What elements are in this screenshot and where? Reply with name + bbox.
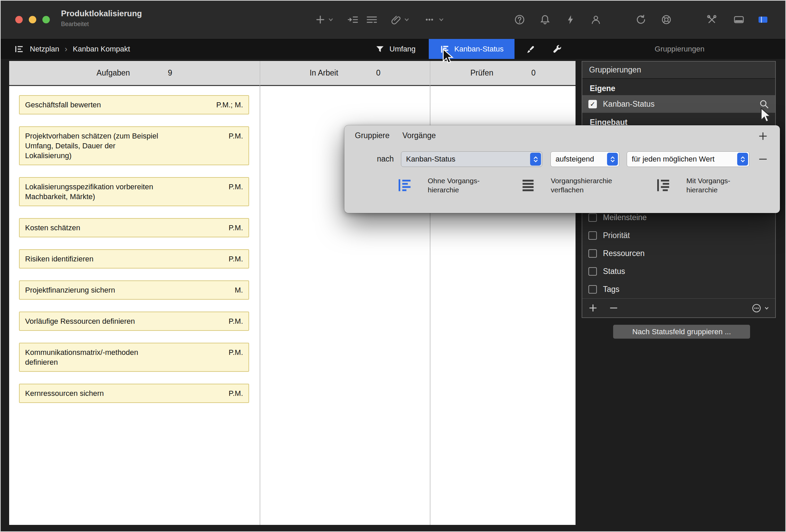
option-label: Mit Vorgangs- hierarchie xyxy=(686,176,730,194)
support-button[interactable] xyxy=(661,14,672,25)
checkbox-unchecked[interactable] xyxy=(588,267,597,276)
breadcrumb-current[interactable]: Kanban Kompakt xyxy=(73,45,130,54)
attach-chevron-button[interactable] xyxy=(404,17,409,22)
chevron-down-icon xyxy=(764,306,769,311)
zoom-button[interactable] xyxy=(42,16,50,23)
task-resources: P.M. xyxy=(229,131,243,161)
select-stepper-icon xyxy=(530,153,541,166)
select-stepper-icon xyxy=(607,153,618,166)
task-card[interactable]: Kosten schätzen P.M. xyxy=(19,218,249,237)
sync-button[interactable] xyxy=(635,14,647,25)
attach-button[interactable] xyxy=(391,14,402,25)
paperclip-icon xyxy=(391,14,402,25)
help-button[interactable] xyxy=(514,14,525,25)
option-label: Vorgangshierarchie verflachen xyxy=(551,176,612,194)
breadcrumb-separator: › xyxy=(65,44,67,54)
task-card[interactable]: Kernressourcen sichern P.M. xyxy=(19,384,249,403)
grouping-item-status[interactable]: Status xyxy=(582,262,775,280)
remove-rule-button[interactable] xyxy=(758,154,768,165)
task-resources: P.M.; M. xyxy=(216,100,243,110)
sort-order-value: aufsteigend xyxy=(556,155,604,164)
task-resources: P.M. xyxy=(229,316,243,326)
sidebar-toggle-button[interactable] xyxy=(757,14,769,25)
popover-title-noun: Vorgänge xyxy=(402,131,436,140)
add-chevron-button[interactable] xyxy=(328,17,334,22)
grouping-item-kanban-status[interactable]: Kanban-Status xyxy=(582,95,775,113)
grouping-actions-button[interactable] xyxy=(751,303,769,313)
option-flat-hierarchy[interactable]: Ohne Vorgangs- hierarchie xyxy=(397,176,480,194)
column-title: Prüfen xyxy=(470,68,493,78)
task-title: Kernressourcen sichern xyxy=(25,388,104,398)
column-aufgaben: Geschäftsfall bewerten P.M.; M. Projektv… xyxy=(9,86,260,525)
task-card[interactable]: Risiken identifizieren P.M. xyxy=(19,249,249,269)
task-card[interactable]: Geschäftsfall bewerten P.M.; M. xyxy=(19,95,249,114)
remove-grouping-button[interactable] xyxy=(609,303,618,313)
bottom-panel-icon xyxy=(733,14,745,25)
close-button[interactable] xyxy=(15,16,23,23)
sort-order-select[interactable]: aufsteigend xyxy=(550,151,619,167)
grouping-item-label: Status xyxy=(603,267,625,276)
grouping-popover: Gruppiere Vorgänge nach Kanban-Status au… xyxy=(344,125,780,213)
grouping-item-prioritaet[interactable]: Priorität xyxy=(582,227,775,244)
task-resources: P.M. xyxy=(229,347,243,367)
tools-button[interactable] xyxy=(706,14,718,25)
grouping-item-tags[interactable]: Tags xyxy=(582,280,775,298)
grouping-tab-kanban-status[interactable]: Kanban-Status xyxy=(429,39,515,59)
bottombar-toggle-button[interactable] xyxy=(733,14,745,25)
column-title: In Arbeit xyxy=(309,68,338,78)
option-with-hierarchy[interactable]: Mit Vorgangs- hierarchie xyxy=(656,176,730,194)
column-title: Aufgaben xyxy=(97,68,130,78)
checkbox-unchecked[interactable] xyxy=(588,213,597,222)
document-status: Bearbeitet xyxy=(61,21,142,28)
scope-filter-button[interactable]: Umfang xyxy=(371,39,419,59)
value-mode-value: für jeden möglichen Wert xyxy=(632,155,734,164)
option-flatten-hierarchy[interactable]: Vorgangshierarchie verflachen xyxy=(520,176,612,194)
task-card[interactable]: Lokalisierungsspezifikation vorbereiten … xyxy=(19,177,249,206)
task-title: Projektfinanzierung sichern xyxy=(25,285,115,295)
outdent-button[interactable] xyxy=(365,14,378,25)
right-panel-icon xyxy=(757,14,769,25)
grouping-item-label: Meilensteine xyxy=(603,213,647,222)
grouping-item-ressourcen[interactable]: Ressourcen xyxy=(582,244,775,262)
task-resources: P.M. xyxy=(229,254,243,264)
more-button[interactable] xyxy=(423,14,436,25)
plus-icon xyxy=(315,14,326,25)
column-count: 0 xyxy=(531,68,536,78)
grouping-tab-label: Kanban-Status xyxy=(454,45,504,54)
task-card[interactable]: Projektvorhaben schätzen (zum Beispiel U… xyxy=(19,126,249,165)
section-label-eigene: Eigene xyxy=(582,79,775,95)
flatten-list-icon xyxy=(520,177,536,193)
column-header-pruefen: Prüfen 0 xyxy=(430,61,576,86)
checkbox-checked[interactable] xyxy=(588,100,597,108)
value-mode-select[interactable]: für jeden möglichen Wert xyxy=(627,151,749,167)
add-grouping-button[interactable] xyxy=(588,303,598,313)
grouping-item-label: Kanban-Status xyxy=(603,100,654,109)
magnifier-icon[interactable] xyxy=(759,99,769,109)
checkbox-unchecked[interactable] xyxy=(588,249,597,258)
breadcrumb-root[interactable]: Netzplan xyxy=(30,45,59,54)
checkbox-unchecked[interactable] xyxy=(588,285,597,294)
paintbrush-icon xyxy=(525,44,536,55)
task-card[interactable]: Kommunikationsmatrix/-methoden definiere… xyxy=(19,343,249,372)
resources-button[interactable] xyxy=(590,14,602,25)
notifications-button[interactable] xyxy=(539,14,551,25)
task-title: Geschäftsfall bewerten xyxy=(25,100,101,110)
settings-button[interactable] xyxy=(549,39,565,59)
more-chevron-button[interactable] xyxy=(439,17,444,22)
minimize-button[interactable] xyxy=(29,16,36,23)
activity-button[interactable] xyxy=(565,14,576,25)
outline-view-icon xyxy=(14,44,24,54)
ellipsis-icon xyxy=(423,14,436,25)
style-button[interactable] xyxy=(523,39,539,59)
group-field-select[interactable]: Kanban-Status xyxy=(401,151,542,167)
life-ring-icon xyxy=(661,14,672,25)
outdent-icon xyxy=(365,14,378,25)
funnel-icon xyxy=(375,44,385,54)
add-rule-button[interactable] xyxy=(758,131,768,142)
task-card[interactable]: Projektfinanzierung sichern M. xyxy=(19,280,249,300)
task-card[interactable]: Vorläufige Ressourcen definieren P.M. xyxy=(19,312,249,331)
add-button[interactable] xyxy=(315,14,326,25)
group-by-status-field-button[interactable]: Nach Statusfeld gruppieren ... xyxy=(613,325,750,339)
indent-button[interactable] xyxy=(346,14,359,25)
checkbox-unchecked[interactable] xyxy=(588,231,597,240)
